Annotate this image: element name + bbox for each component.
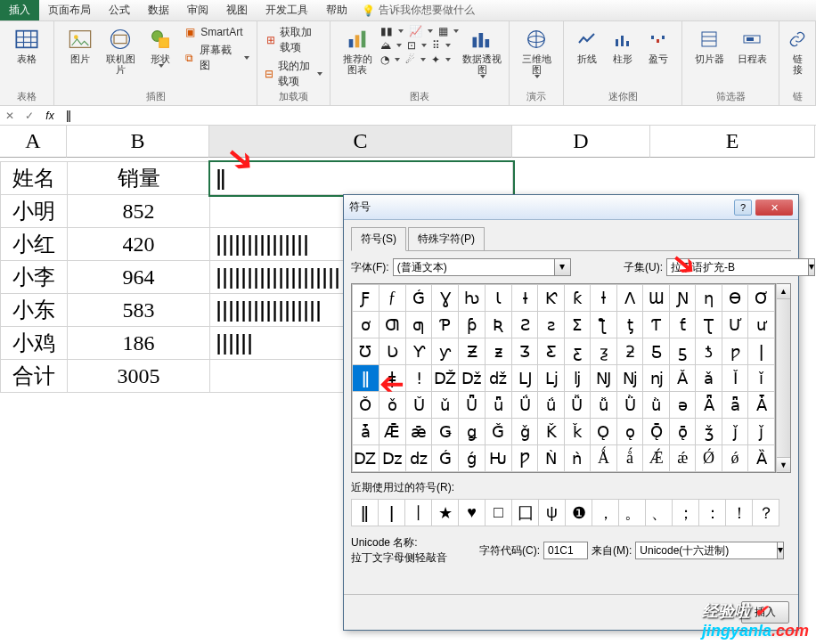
symbol-cell[interactable]: Ǹ [538, 445, 564, 472]
dialog-titlebar[interactable]: 符号 ? ✕ [344, 195, 798, 220]
cell[interactable]: ǁ [210, 162, 513, 195]
symbol-cell[interactable]: ǵ [459, 445, 486, 472]
symbol-cell[interactable]: Ǻ [591, 445, 617, 472]
symbol-cell[interactable]: Ǫ [591, 419, 617, 445]
symbol-cell[interactable]: Ǉ [511, 365, 538, 392]
symbol-cell[interactable]: ƺ [591, 338, 617, 365]
symbol-cell[interactable]: ư [748, 312, 775, 338]
get-addins-button[interactable]: ⊞获取加载项 [265, 25, 322, 55]
symbol-cell[interactable]: ǭ [669, 419, 695, 445]
symbol-cell[interactable]: Ǽ [643, 445, 670, 472]
from-combo[interactable]: ▾ [635, 542, 769, 559]
fx-icon[interactable]: fx [39, 110, 61, 122]
symbol-cell[interactable]: ǐ [748, 365, 775, 392]
cancel-icon[interactable]: ✕ [0, 110, 20, 122]
col-header-B[interactable]: B [67, 126, 209, 158]
symbol-cell[interactable]: ơ [353, 312, 379, 338]
symbol-cell[interactable]: ǋ [616, 365, 643, 392]
symbol-cell[interactable]: Ǧ [486, 419, 512, 445]
symbol-cell[interactable]: Ƿ [511, 445, 538, 472]
symbol-cell[interactable]: ƪ [591, 312, 617, 338]
symbol-cell[interactable]: ǫ [616, 419, 643, 445]
cell[interactable]: 186 [68, 327, 210, 360]
tab-symbols[interactable]: 符号(S) [351, 227, 406, 251]
symbol-cell[interactable]: ƾ [696, 338, 722, 365]
chart-radar-icon[interactable]: ✦ [431, 53, 451, 66]
tab-review[interactable]: 审阅 [178, 0, 217, 20]
symbol-cell[interactable]: ǡ [353, 419, 379, 445]
symbol-cell[interactable]: ǥ [459, 419, 486, 445]
recent-symbol-cell[interactable]: ！ [726, 500, 753, 526]
symbol-cell[interactable]: ƶ [486, 338, 512, 365]
symbol-cell[interactable]: Ƥ [432, 312, 459, 338]
subset-combo[interactable]: ▾ [666, 258, 791, 276]
chart-surf-icon[interactable]: ☄ [405, 53, 426, 66]
close-button[interactable]: ✕ [755, 200, 793, 216]
symbol-cell[interactable]: Ǥ [432, 419, 459, 445]
symbol-cell[interactable]: Ǿ [696, 445, 722, 472]
col-header-A[interactable]: A [0, 126, 67, 158]
chart-stat-icon[interactable]: ⊡ [407, 39, 427, 52]
symbol-cell[interactable]: Ƶ [459, 338, 486, 365]
symbol-cell[interactable]: ǉ [564, 365, 590, 392]
symbol-cell[interactable]: ǒ [379, 392, 405, 419]
recent-symbol-cell[interactable]: ♥ [459, 500, 486, 526]
symbol-cell[interactable]: ǚ [591, 392, 617, 419]
symbol-cell[interactable]: ǯ [696, 419, 722, 445]
symbol-cell[interactable]: Ǚ [564, 392, 590, 419]
cell[interactable]: 小东 [1, 294, 68, 327]
tab-page-layout[interactable]: 页面布局 [39, 0, 100, 20]
symbol-cell[interactable]: Ɣ [432, 285, 459, 312]
symbol-cell[interactable]: Ƕ [486, 445, 512, 472]
dropdown-icon[interactable]: ▾ [809, 258, 815, 276]
tab-data[interactable]: 数据 [139, 0, 178, 20]
cell[interactable]: 420 [68, 228, 210, 261]
symbol-cell[interactable]: Ơ [748, 285, 775, 312]
symbol-cell[interactable]: Ʀ [486, 312, 512, 338]
symbol-cell[interactable]: Ɲ [669, 285, 695, 312]
symbol-cell[interactable]: Ʋ [379, 338, 405, 365]
chart-pie-icon[interactable]: ◔ [380, 53, 400, 66]
symbol-cell[interactable]: Ʃ [564, 312, 590, 338]
recent-symbol-cell[interactable]: ★ [432, 500, 459, 526]
symbol-cell[interactable]: ƙ [564, 285, 590, 312]
symbol-cell[interactable]: Ǌ [591, 365, 617, 392]
recent-symbol-cell[interactable]: 。 [619, 500, 646, 526]
recommended-charts-button[interactable]: 推荐的 图表 [338, 25, 377, 75]
symbol-cell[interactable]: ǂ [379, 365, 405, 392]
cell[interactable]: 964 [68, 261, 210, 294]
symbol-cell[interactable]: ǟ [722, 392, 748, 419]
col-header-C[interactable]: C [209, 126, 512, 158]
symbol-cell[interactable]: ǀ [748, 338, 775, 365]
symbol-cell[interactable]: Ǭ [643, 419, 670, 445]
symbol-cell[interactable]: ƞ [696, 285, 722, 312]
symbol-cell[interactable]: Ǐ [722, 365, 748, 392]
tab-special-chars[interactable]: 特殊字符(P) [408, 227, 485, 250]
symbol-cell[interactable]: Ư [722, 312, 748, 338]
symbol-cell[interactable]: Ȁ [748, 445, 775, 472]
help-button[interactable]: ? [734, 200, 752, 216]
subset-input[interactable] [666, 258, 809, 276]
tab-formulas[interactable]: 公式 [100, 0, 139, 20]
symbol-cell[interactable]: Ʌ [616, 285, 643, 312]
symbol-cell[interactable]: ƚ [591, 285, 617, 312]
symbol-cell[interactable]: Ɵ [722, 285, 748, 312]
symbol-cell[interactable]: ǲ [379, 445, 405, 472]
recent-symbol-cell[interactable]: 丨 [405, 500, 432, 526]
symbol-cell[interactable]: Ɩ [486, 285, 512, 312]
symbol-cell[interactable]: Ǩ [538, 419, 564, 445]
symbol-cell[interactable]: Ɯ [643, 285, 670, 312]
symbol-cell[interactable]: Ƭ [643, 312, 670, 338]
chart-hier-icon[interactable]: ⛰ [380, 39, 402, 52]
symbol-cell[interactable]: ƣ [405, 312, 432, 338]
recent-symbol-cell[interactable]: □ [486, 500, 512, 526]
symbol-cell[interactable]: ƻ [616, 338, 643, 365]
symbol-cell[interactable]: Ǆ [432, 365, 459, 392]
dropdown-icon[interactable]: ▾ [555, 258, 571, 276]
recent-symbol-cell[interactable]: ψ [539, 500, 566, 526]
symbol-cell[interactable]: Ʈ [696, 312, 722, 338]
symbol-cell[interactable]: ǝ [669, 392, 695, 419]
recent-symbol-cell[interactable]: 囗 [512, 500, 539, 526]
symbol-cell[interactable]: ƨ [538, 312, 564, 338]
pictures-button[interactable]: 图片 [61, 25, 98, 64]
